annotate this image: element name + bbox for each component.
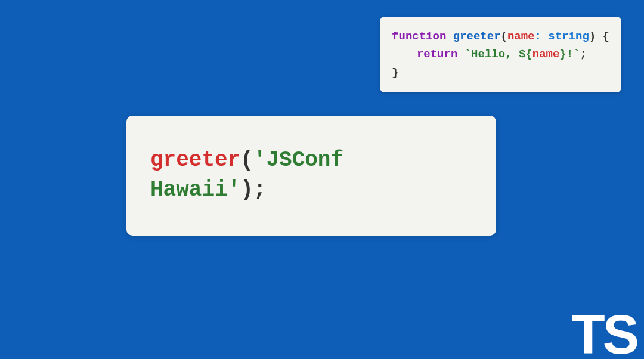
code-snippet-call: greeter('JSConf Hawaii'); [126, 116, 496, 236]
close-paren-semi: ); [240, 178, 266, 202]
semicolon: ; [580, 48, 587, 61]
code-snippet-definition: function greeter(name: string) { return … [380, 17, 621, 92]
close-brace: } [392, 66, 398, 79]
open-paren: ( [240, 148, 253, 172]
template-var: name [532, 48, 560, 61]
function-call-name: greeter [150, 148, 240, 172]
keyword-return: return [417, 48, 457, 61]
code-line-1: function greeter(name: string) { [392, 27, 609, 45]
code-line-3: } [392, 64, 609, 82]
keyword-function: function [392, 30, 446, 43]
typescript-logo: TS [571, 304, 637, 359]
type-annotation: : string [535, 30, 589, 43]
template-close: }!` [559, 48, 580, 61]
param-name: name [507, 30, 535, 43]
open-paren: ( [501, 30, 507, 43]
space [457, 48, 464, 61]
function-name: greeter [453, 30, 501, 43]
code-line-call: greeter('JSConf Hawaii'); [150, 146, 472, 206]
space [446, 30, 453, 43]
close-paren-brace: ) { [589, 30, 609, 43]
template-open: `Hello, ${ [465, 48, 532, 61]
code-line-2: return `Hello, ${name}!`; [392, 45, 609, 63]
